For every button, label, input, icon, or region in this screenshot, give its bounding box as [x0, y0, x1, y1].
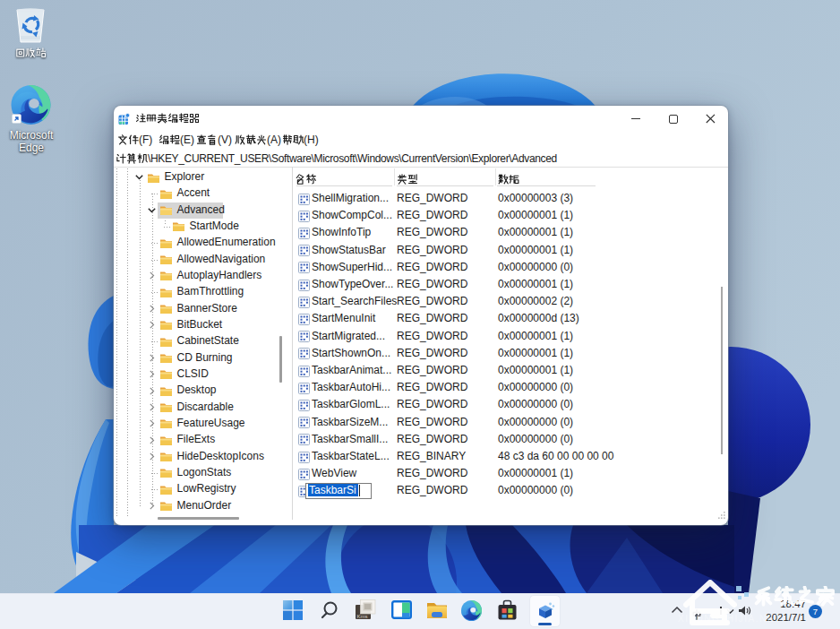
svg-text:Kms: Kms: [357, 614, 368, 619]
